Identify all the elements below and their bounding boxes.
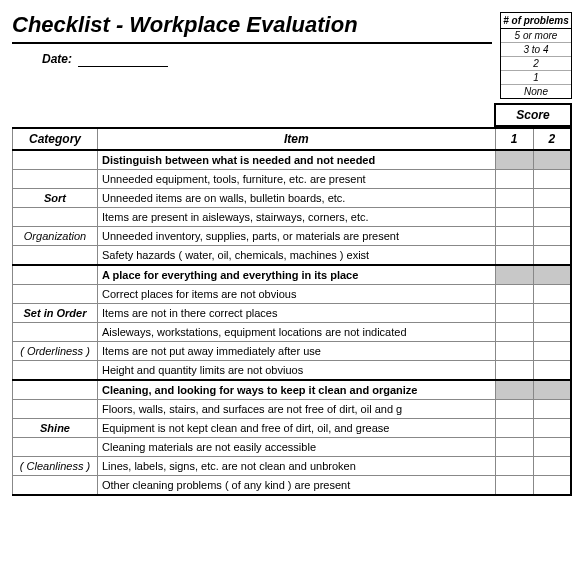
item-cell: Items are not put away immediately after… — [98, 342, 496, 361]
section-header: Cleaning, and looking for ways to keep i… — [98, 380, 496, 400]
score-cell[interactable] — [533, 285, 571, 304]
score-cell[interactable] — [533, 476, 571, 496]
category-sub: Organization — [13, 227, 98, 246]
item-cell: Equipment is not kept clean and free of … — [98, 419, 496, 438]
score-cell[interactable] — [495, 438, 533, 457]
category-cell-blank — [13, 265, 98, 285]
score-cell[interactable] — [533, 419, 571, 438]
legend-row: 5 or more — [501, 29, 571, 43]
category-cell-blank — [13, 150, 98, 170]
score-cell[interactable] — [495, 304, 533, 323]
category-cell-blank — [13, 323, 98, 342]
col-category: Category — [13, 128, 98, 150]
score-cell[interactable] — [533, 457, 571, 476]
category-main: Sort — [13, 189, 98, 208]
col-score-2: 2 — [533, 128, 571, 150]
score-cell[interactable] — [495, 189, 533, 208]
score-cell[interactable] — [533, 304, 571, 323]
category-cell-blank — [13, 438, 98, 457]
score-cell[interactable] — [533, 150, 571, 170]
section-header: Distinguish between what is needed and n… — [98, 150, 496, 170]
category-main: Set in Order — [13, 304, 98, 323]
section-header: A place for everything and everything in… — [98, 265, 496, 285]
category-cell-blank — [13, 285, 98, 304]
col-score-1: 1 — [495, 128, 533, 150]
item-cell: Floors, walls, stairs, and surfaces are … — [98, 400, 496, 419]
score-cell[interactable] — [495, 419, 533, 438]
item-cell: Items are present in aisleways, stairway… — [98, 208, 496, 227]
legend-row: 3 to 4 — [501, 43, 571, 57]
item-cell: Height and quantity limits are not obviu… — [98, 361, 496, 381]
category-cell-blank — [13, 380, 98, 400]
score-cell[interactable] — [495, 150, 533, 170]
category-sub: ( Cleanliness ) — [13, 457, 98, 476]
score-cell[interactable] — [495, 246, 533, 266]
date-label: Date: — [12, 52, 78, 66]
score-cell[interactable] — [495, 342, 533, 361]
legend-header: # of problems — [501, 13, 571, 29]
item-cell: Lines, labels, signs, etc. are not clean… — [98, 457, 496, 476]
item-cell: Safety hazards ( water, oil, chemicals, … — [98, 246, 496, 266]
score-cell[interactable] — [495, 265, 533, 285]
item-cell: Correct places for items are not obvious — [98, 285, 496, 304]
score-cell[interactable] — [495, 380, 533, 400]
score-cell[interactable] — [495, 285, 533, 304]
item-cell: Aisleways, workstations, equipment locat… — [98, 323, 496, 342]
score-cell[interactable] — [533, 227, 571, 246]
score-cell[interactable] — [533, 189, 571, 208]
legend-row: 2 — [501, 57, 571, 71]
score-cell[interactable] — [533, 380, 571, 400]
score-cell[interactable] — [533, 400, 571, 419]
score-header: Score — [494, 103, 572, 127]
date-input[interactable] — [78, 50, 168, 67]
score-cell[interactable] — [533, 323, 571, 342]
item-cell: Items are not in there correct places — [98, 304, 496, 323]
score-cell[interactable] — [495, 361, 533, 381]
score-cell[interactable] — [495, 400, 533, 419]
score-cell[interactable] — [495, 323, 533, 342]
score-cell[interactable] — [533, 208, 571, 227]
problems-legend: # of problems 5 or more 3 to 4 2 1 None — [500, 12, 572, 99]
score-cell[interactable] — [495, 476, 533, 496]
item-cell: Unneeded equipment, tools, furniture, et… — [98, 170, 496, 189]
category-cell-blank — [13, 400, 98, 419]
legend-row: None — [501, 85, 571, 98]
item-cell: Unneeded inventory, supplies, parts, or … — [98, 227, 496, 246]
score-cell[interactable] — [495, 457, 533, 476]
score-cell[interactable] — [495, 208, 533, 227]
legend-row: 1 — [501, 71, 571, 85]
item-cell: Cleaning materials are not easily access… — [98, 438, 496, 457]
checklist-table: Category Item 1 2 Distinguish between wh… — [12, 127, 572, 496]
page-title: Checklist - Workplace Evaluation — [12, 12, 492, 44]
score-cell[interactable] — [533, 342, 571, 361]
score-cell[interactable] — [495, 227, 533, 246]
category-sub: ( Orderliness ) — [13, 342, 98, 361]
item-cell: Unneeded items are on walls, bulletin bo… — [98, 189, 496, 208]
score-cell[interactable] — [533, 438, 571, 457]
score-cell[interactable] — [495, 170, 533, 189]
score-cell[interactable] — [533, 246, 571, 266]
category-cell-blank — [13, 361, 98, 381]
category-cell-blank — [13, 246, 98, 266]
category-cell-blank — [13, 170, 98, 189]
category-cell-blank — [13, 208, 98, 227]
item-cell: Other cleaning problems ( of any kind ) … — [98, 476, 496, 496]
category-main: Shine — [13, 419, 98, 438]
col-item: Item — [98, 128, 496, 150]
category-cell-blank — [13, 476, 98, 496]
score-cell[interactable] — [533, 170, 571, 189]
score-cell[interactable] — [533, 265, 571, 285]
score-cell[interactable] — [533, 361, 571, 381]
